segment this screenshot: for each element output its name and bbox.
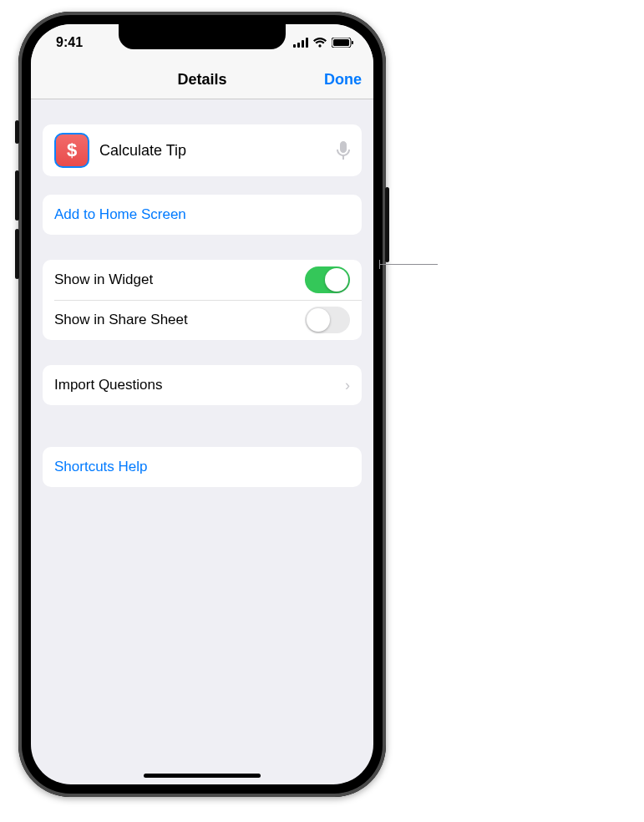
show-in-widget-label: Show in Widget — [54, 271, 153, 288]
cellular-icon — [293, 38, 308, 48]
svg-rect-1 — [297, 43, 300, 48]
name-group: $ Calculate Tip — [43, 124, 362, 176]
help-group: Shortcuts Help — [43, 447, 362, 487]
svg-rect-5 — [333, 39, 349, 46]
battery-icon — [332, 38, 353, 48]
status-time: 9:41 — [56, 35, 83, 50]
phone-frame: 9:41 Details Done $ Calculate Tip — [18, 12, 386, 797]
power-button — [385, 187, 389, 262]
chevron-right-icon: › — [345, 377, 350, 394]
screen: 9:41 Details Done $ Calculate Tip — [31, 24, 373, 784]
show-in-share-row: Show in Share Sheet — [43, 300, 362, 340]
mute-switch — [15, 120, 19, 144]
dollar-icon: $ — [67, 140, 77, 161]
nav-title: Details — [177, 71, 226, 89]
callout-line — [379, 264, 438, 265]
show-in-widget-toggle[interactable] — [305, 266, 350, 293]
show-in-share-label: Show in Share Sheet — [54, 312, 188, 328]
shortcuts-help-button[interactable]: Shortcuts Help — [43, 447, 362, 487]
add-to-home-button[interactable]: Add to Home Screen — [43, 195, 362, 235]
done-button[interactable]: Done — [324, 71, 362, 89]
home-indicator[interactable] — [144, 774, 261, 778]
show-in-share-toggle[interactable] — [305, 307, 350, 333]
microphone-icon[interactable] — [337, 141, 350, 160]
shortcut-icon[interactable]: $ — [54, 133, 89, 168]
svg-rect-6 — [352, 41, 353, 44]
shortcut-name: Calculate Tip — [99, 142, 186, 160]
svg-rect-2 — [302, 40, 304, 48]
add-home-group: Add to Home Screen — [43, 195, 362, 235]
volume-down — [15, 229, 19, 279]
add-to-home-label: Add to Home Screen — [54, 206, 186, 223]
import-questions-label: Import Questions — [54, 377, 162, 393]
svg-rect-3 — [306, 38, 308, 48]
nav-bar: Details Done — [31, 61, 373, 99]
import-group: Import Questions › — [43, 365, 362, 405]
svg-rect-0 — [293, 44, 296, 48]
wifi-icon — [312, 38, 327, 48]
status-right — [293, 38, 353, 48]
content: $ Calculate Tip Add to Home Screen Show … — [31, 124, 373, 487]
volume-up — [15, 170, 19, 221]
import-questions-row[interactable]: Import Questions › — [43, 365, 362, 405]
show-in-widget-row: Show in Widget — [43, 260, 362, 300]
notch — [119, 24, 286, 49]
shortcuts-help-label: Shortcuts Help — [54, 459, 148, 475]
shortcut-name-row[interactable]: $ Calculate Tip — [43, 124, 362, 176]
toggles-group: Show in Widget Show in Share Sheet — [43, 260, 362, 340]
